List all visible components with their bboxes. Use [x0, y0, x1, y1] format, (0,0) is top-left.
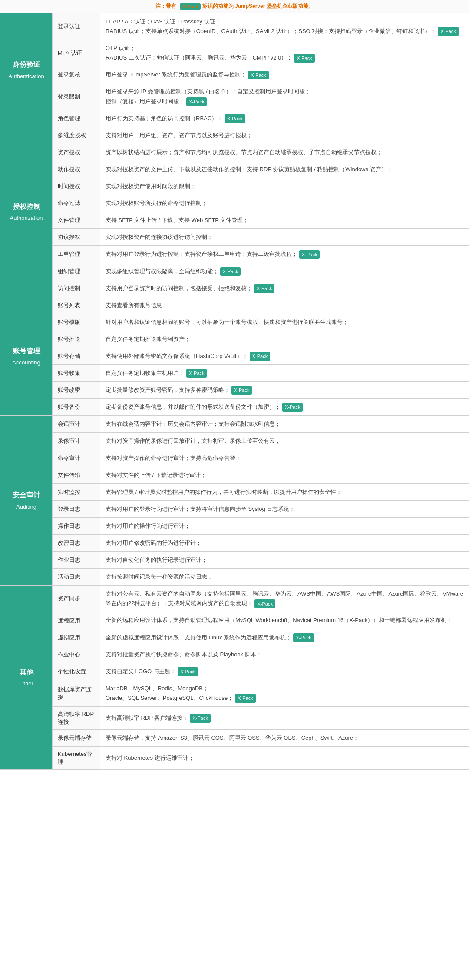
feature-desc-cell: 定期批量修改资产账号密码，支持多种密码策略；X-Pack — [100, 382, 469, 399]
feature-desc-cell: 录像云端存储，支持 Amazon S3、腾讯云 COS、阿里云 OSS、华为云 … — [100, 730, 469, 747]
feature-desc-cell: 支持对自动化任务的执行记录进行审计； — [100, 552, 469, 569]
feature-desc-cell: 用户行为支持基于角色的访问控制（RBAC）；X-Pack — [100, 110, 469, 127]
table-row: 账号模版针对用户名和认证信息相同的账号，可以抽象为一个账号模版，快速和资产进行关… — [0, 314, 469, 331]
xpack-badge: X-Pack — [254, 284, 274, 293]
feature-desc-cell: 实现对授权资产使用时间段的限制； — [100, 178, 469, 195]
feature-desc-cell: 实现对授权资产的文件上传、下载以及连接动作的控制；支持 RDP 协议剪贴板复制 … — [100, 161, 469, 178]
category-cell-accounting: 账号管理Accounting — [0, 297, 53, 416]
feature-desc-cell: 定期备份资产账号信息，并以邮件附件的形式发送备份文件（加密）；X-Pack — [100, 399, 469, 416]
table-row: 账号管理Accounting账号列表支持查看所有账号信息； — [0, 297, 469, 314]
feature-name-cell: 账号备份 — [53, 399, 100, 416]
xpack-badge: X-Pack — [231, 386, 252, 395]
table-row: 活动日志支持按照时间记录每一种资源的活动日志； — [0, 569, 469, 586]
table-row: 账号改密定期批量修改资产账号密码，支持多种密码策略；X-Pack — [0, 382, 469, 399]
table-row: 动作授权实现对授权资产的文件上传、下载以及连接动作的控制；支持 RDP 协议剪贴… — [0, 161, 469, 178]
category-en: Authorization — [6, 213, 47, 223]
category-zh: 其他 — [6, 666, 47, 679]
xpack-badge: X-Pack — [438, 27, 458, 36]
category-cell-auditing: 安全审计Auditing — [0, 416, 53, 586]
table-row: 作业中心支持对批量资产执行快捷命令、命令脚本以及 Playbook 脚本； — [0, 646, 469, 663]
feature-desc-cell: 支持对 Kubernetes 进行运维审计； — [100, 747, 469, 770]
feature-desc-cell: 支持 SFTP 文件上传 / 下载、支持 Web SFTP 文件管理； — [100, 212, 469, 229]
feature-desc-cell: 用户登录来源 IP 受管理员控制（支持黑 / 白名单）；自定义控制用户登录时间段… — [100, 83, 469, 110]
feature-name-cell: 命令审计 — [53, 450, 100, 467]
feature-name-cell: 会话审计 — [53, 416, 100, 433]
xpack-badge: X-Pack — [293, 633, 314, 642]
feature-name-cell: 改密日志 — [53, 535, 100, 552]
table-row: 作业日志支持对自动化任务的执行记录进行审计； — [0, 552, 469, 569]
feature-name-cell: 账号收集 — [53, 365, 100, 382]
feature-name-cell: 个性化设置 — [53, 663, 100, 680]
feature-name-cell: 命令过滤 — [53, 195, 100, 212]
xpack-badge: X-Pack — [294, 54, 314, 63]
table-row: 安全审计Auditing会话审计支持在线会话内容审计；历史会话内容审计；支持会话… — [0, 416, 469, 433]
table-row: 身份验证Authentication登录认证LDAP / AD 认证；CAS 认… — [0, 13, 469, 40]
feature-desc-cell: 支持按照时间记录每一种资源的活动日志； — [100, 569, 469, 586]
feature-desc-cell: 支持对文件的上传 / 下载记录进行审计； — [100, 467, 469, 483]
feature-desc-cell: 支持对批量资产执行快捷命令、命令脚本以及 Playbook 脚本； — [100, 646, 469, 663]
table-row: 高清帧率 RDP 连接支持高清帧率 RDP 客户端连接；X-Pack — [0, 707, 469, 730]
table-row: 访问控制支持用户登录资产时的访问控制，包括接受、拒绝和复核；X-Pack — [0, 280, 469, 297]
feature-desc-cell: 实现多组织管理与权限隔离，全局组织功能；X-Pack — [100, 263, 469, 280]
category-en: Authentication — [6, 71, 47, 81]
feature-name-cell: Kubernetes管理 — [53, 747, 100, 770]
feature-name-cell: 时间授权 — [53, 178, 100, 195]
table-row: 授权控制Authorization多维度授权支持对用户、用户组、资产、资产节点以… — [0, 127, 469, 144]
table-row: 账号收集自定义任务定期收集主机用户；X-Pack — [0, 365, 469, 382]
feature-desc-cell: 支持对用户的操作行为进行审计； — [100, 517, 469, 534]
feature-desc-cell: 全新的虚拟远程应用设计体系，支持使用 Linux 系统作为远程应用发布机；X-P… — [100, 629, 469, 646]
table-row: 时间授权实现对授权资产使用时间段的限制； — [0, 178, 469, 195]
category-cell-other: 其他Other — [0, 586, 53, 770]
feature-name-cell: 实时监控 — [53, 483, 100, 500]
feature-desc-cell: 支持自定义 LOGO 与主题；X-Pack — [100, 663, 469, 680]
feature-name-cell: 工单管理 — [53, 246, 100, 263]
table-row: 录像云端存储录像云端存储，支持 Amazon S3、腾讯云 COS、阿里云 OS… — [0, 730, 469, 747]
category-zh: 身份验证 — [6, 59, 47, 71]
category-en: Accounting — [6, 358, 47, 368]
features-table: 身份验证Authentication登录认证LDAP / AD 认证；CAS 认… — [0, 13, 469, 770]
xpack-badge: X-Pack — [282, 403, 303, 412]
table-row: 账号推送自定义任务定期推送账号到资产； — [0, 331, 469, 348]
table-row: 账号备份定期备份资产账号信息，并以邮件附件的形式发送备份文件（加密）；X-Pac… — [0, 399, 469, 416]
feature-desc-cell: 支持用户登录资产时的访问控制，包括接受、拒绝和复核；X-Pack — [100, 280, 469, 297]
category-en: Auditing — [6, 502, 47, 512]
table-row: 登录日志支持对用户的登录行为进行审计；支持将审计信息同步至 Syslog 日志系… — [0, 500, 469, 517]
table-row: 其他Other资产同步支持对公有云、私有云资产的自动同步（支持包括阿里云、腾讯云… — [0, 586, 469, 612]
table-row: 虚拟应用全新的虚拟远程应用设计体系，支持使用 Linux 系统作为远程应用发布机… — [0, 629, 469, 646]
table-row: 改密日志支持对用户修改密码的行为进行审计； — [0, 535, 469, 552]
feature-desc-cell: 支持对用户的登录行为进行审计；支持将审计信息同步至 Syslog 日志系统； — [100, 500, 469, 517]
feature-name-cell: 登录限制 — [53, 83, 100, 110]
feature-desc-cell: 支持查看所有账号信息； — [100, 297, 469, 314]
xpack-badge: X-Pack — [235, 694, 255, 703]
feature-desc-cell: LDAP / AD 认证；CAS 认证；Passkey 认证；RADIUS 认证… — [100, 13, 469, 40]
feature-desc-cell: 用户登录 JumpServer 系统行为受管理员的监督与控制；X-Pack — [100, 66, 469, 83]
feature-desc-cell: 支持高清帧率 RDP 客户端连接；X-Pack — [100, 707, 469, 730]
xpack-badge: X-Pack — [220, 267, 241, 276]
table-row: 协议授权实现对授权资产的连接协议进行访问控制； — [0, 229, 469, 246]
table-row: 个性化设置支持自定义 LOGO 与主题；X-Pack — [0, 663, 469, 680]
feature-name-cell: 远程应用 — [53, 612, 100, 629]
table-row: 数据库资产连接MariaDB、MySQL、Redis、MongoDB；Oracl… — [0, 680, 469, 706]
feature-desc-cell: 支持对资产操作的录像进行回放审计；支持将审计录像上传至公有云； — [100, 433, 469, 450]
xpack-badge-notice: X-Pack — [180, 3, 201, 10]
feature-name-cell: 作业日志 — [53, 552, 100, 569]
xpack-badge: X-Pack — [178, 667, 198, 676]
xpack-badge: X-Pack — [248, 71, 268, 80]
feature-desc-cell: 支持对公有云、私有云资产的自动同步（支持包括阿里云、腾讯云、华为云、AWS中国、… — [100, 586, 469, 612]
feature-name-cell: 文件管理 — [53, 212, 100, 229]
xpack-badge: X-Pack — [186, 97, 207, 106]
feature-desc-cell: 支持对用户登录行为进行控制；支持资产接权工单申请；支持二级审批流程；X-Pack — [100, 246, 469, 263]
table-row: 资产授权资产以树状结构进行展示；资产和节点均可浏览授权、节点内资产自动继承授权、… — [0, 144, 469, 161]
feature-name-cell: 角色管理 — [53, 110, 100, 127]
feature-desc-cell: MariaDB、MySQL、Redis、MongoDB；Oracle、SQL S… — [100, 680, 469, 706]
table-row: 录像审计支持对资产操作的录像进行回放审计；支持将审计录像上传至公有云； — [0, 433, 469, 450]
table-row: MFA 认证OTP 认证；RADIUS 二次认证；短信认证（阿里云、腾讯云、华为… — [0, 40, 469, 66]
table-row: 登录复核用户登录 JumpServer 系统行为受管理员的监督与控制；X-Pac… — [0, 66, 469, 83]
feature-desc-cell: 支持对用户修改密码的行为进行审计； — [100, 535, 469, 552]
feature-name-cell: 数据库资产连接 — [53, 680, 100, 706]
xpack-badge: X-Pack — [299, 250, 320, 259]
table-row: 远程应用全新的远程应用设计体系，支持自动管理远程应用（MySQL Workben… — [0, 612, 469, 629]
category-zh: 账号管理 — [6, 345, 47, 358]
feature-name-cell: 协议授权 — [53, 229, 100, 246]
table-row: 工单管理支持对用户登录行为进行控制；支持资产接权工单申请；支持二级审批流程；X-… — [0, 246, 469, 263]
